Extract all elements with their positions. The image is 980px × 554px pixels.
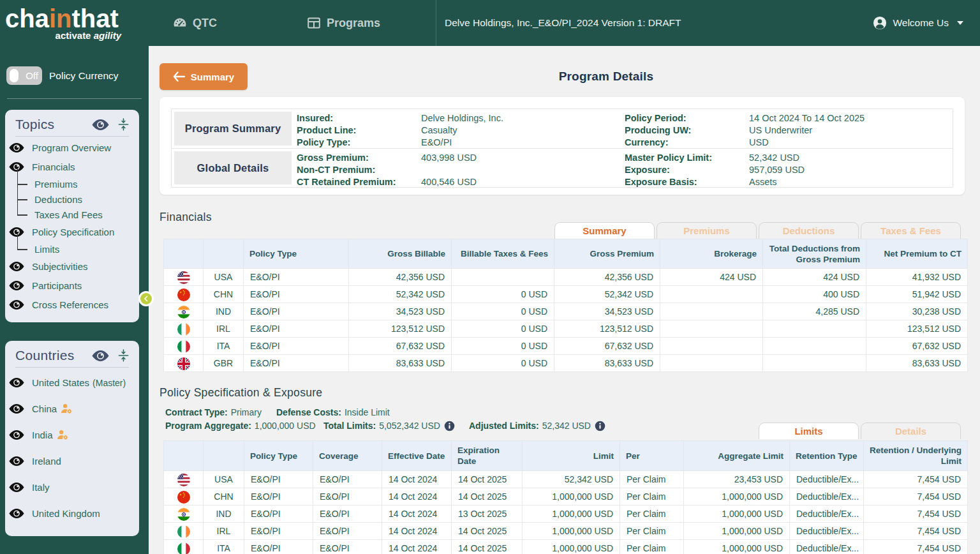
country-item[interactable]: China: [9, 396, 135, 422]
eye-icon[interactable]: [92, 350, 109, 362]
table-row[interactable]: IRLE&O/PI123,512 USD0 USD123,512 USD123,…: [164, 320, 968, 338]
eye-icon[interactable]: [9, 142, 24, 153]
column-header[interactable]: Limit: [523, 441, 620, 471]
column-header[interactable]: Effective Date: [382, 441, 452, 471]
eye-icon[interactable]: [9, 430, 24, 440]
topic-subitem[interactable]: Taxes And Fees: [9, 207, 135, 222]
table-cell: 123,512 USD: [554, 320, 660, 338]
nav-qtc[interactable]: QTC: [172, 15, 217, 31]
tab-deductions[interactable]: Deductions: [759, 222, 859, 239]
country-item[interactable]: United Kingdom: [9, 500, 135, 527]
column-header[interactable]: Billable Taxes & Fees: [452, 239, 554, 269]
table-cell: 14 Oct 2024: [382, 505, 452, 523]
country-item[interactable]: United States(Master): [9, 370, 135, 396]
table-row[interactable]: CHNE&O/PIE&O/PI14 Oct 202414 Oct 20251,0…: [164, 488, 968, 505]
column-header[interactable]: [204, 239, 244, 269]
country-item[interactable]: India: [9, 422, 135, 448]
table-cell: 34,523 USD: [349, 303, 452, 320]
table-row[interactable]: ITAE&O/PIE&O/PI14 Oct 202414 Oct 20251,0…: [164, 540, 968, 554]
topic-subitem[interactable]: Deductions: [9, 191, 135, 207]
topic-item[interactable]: Participants: [9, 276, 135, 295]
tab-details[interactable]: Details: [861, 423, 961, 439]
info-icon[interactable]: [595, 421, 605, 431]
table-cell: CHN: [204, 286, 244, 303]
topic-item[interactable]: Program Overview: [9, 138, 135, 157]
field-label: Insured:: [297, 112, 421, 124]
table-cell: E&O/PI: [313, 471, 382, 488]
eye-icon[interactable]: [9, 377, 24, 388]
table-cell: Deductible/Ex...: [790, 471, 864, 488]
topic-subitem[interactable]: Premiums: [9, 176, 135, 191]
back-to-summary-button[interactable]: Summary: [160, 63, 248, 90]
column-header[interactable]: Gross Premium: [554, 239, 660, 269]
eye-icon[interactable]: [9, 261, 24, 272]
column-header[interactable]: Policy Type: [244, 239, 349, 269]
column-header[interactable]: Brokerage: [660, 239, 763, 269]
column-header[interactable]: Per: [620, 441, 684, 471]
column-header[interactable]: Net Premium to CT: [866, 239, 968, 269]
column-header[interactable]: [204, 441, 244, 471]
column-header[interactable]: [164, 239, 204, 269]
table-cell: 4,285 USD: [763, 303, 866, 320]
table-row[interactable]: INDE&O/PI34,523 USD0 USD34,523 USD4,285 …: [164, 303, 968, 320]
table-row[interactable]: USAE&O/PI42,356 USD42,356 USD424 USD424 …: [164, 269, 968, 286]
field-value: US Underwriter: [749, 124, 812, 137]
policy-currency-toggle[interactable]: Off: [6, 66, 42, 85]
sidebar: Off Policy Currency Topics Program Overv…: [0, 46, 149, 554]
table-header-row: Policy TypeGross BillableBillable Taxes …: [164, 239, 968, 269]
tab-label: Taxes & Fees: [880, 225, 941, 236]
tab-summary[interactable]: Summary: [554, 222, 655, 239]
tree-connector: [17, 183, 19, 199]
topic-subitem[interactable]: Limits: [9, 241, 135, 257]
table-cell: E&O/PI: [244, 286, 349, 303]
eye-icon[interactable]: [9, 508, 24, 519]
collapse-vertical-icon[interactable]: [118, 349, 129, 362]
brand-logo[interactable]: chainthat activate agility: [0, 6, 149, 41]
topic-item[interactable]: Subjectivities: [9, 257, 135, 276]
nav-programs[interactable]: Programs: [306, 15, 380, 31]
tab-taxes-fees[interactable]: Taxes & Fees: [861, 222, 961, 239]
topic-item[interactable]: Policy Specification: [9, 222, 135, 241]
table-row[interactable]: INDE&O/PIE&O/PI14 Oct 202413 Oct 20251,0…: [164, 505, 968, 523]
table-cell: [763, 338, 866, 355]
flag-cn-icon: [164, 488, 204, 505]
column-header[interactable]: Policy Type: [244, 441, 313, 471]
column-header[interactable]: Expiration Date: [452, 441, 523, 471]
table-cell: 1,000,000 USD: [523, 540, 620, 554]
user-menu[interactable]: Welcome Us: [873, 16, 963, 30]
column-header[interactable]: Aggregate Limit: [684, 441, 790, 471]
column-header[interactable]: Retention / Underlying Limit: [864, 441, 968, 471]
table-row[interactable]: ITAE&O/PI67,632 USD0 USD67,632 USD67,632…: [164, 338, 968, 355]
table-cell: USA: [204, 269, 244, 286]
topic-item[interactable]: Financials: [9, 157, 135, 176]
column-header[interactable]: [164, 441, 204, 471]
country-label: Italy: [32, 482, 50, 493]
program-field: Policy Type: E&O/PI: [297, 137, 625, 149]
tab-premiums[interactable]: Premiums: [657, 222, 757, 239]
tree-connector: [17, 214, 27, 216]
table-row[interactable]: USAE&O/PIE&O/PI14 Oct 202414 Oct 202552,…: [164, 471, 968, 488]
table-row[interactable]: IRLE&O/PIE&O/PI14 Oct 202414 Oct 20251,0…: [164, 523, 968, 540]
table-row[interactable]: CHNE&O/PI52,342 USD0 USD52,342 USD400 US…: [164, 286, 968, 303]
tree-connector: [17, 168, 19, 184]
column-header[interactable]: Coverage: [313, 441, 382, 471]
table-cell: E&O/PI: [244, 471, 313, 488]
country-item[interactable]: Italy: [9, 474, 135, 500]
info-icon[interactable]: [444, 421, 455, 431]
column-header[interactable]: Gross Billable: [349, 239, 452, 269]
sidebar-collapse-button[interactable]: [138, 291, 154, 306]
column-header[interactable]: Total Deductions from Gross Premium: [763, 239, 866, 269]
eye-icon[interactable]: [9, 403, 24, 414]
program-field: Exposure Basis: Assets: [625, 176, 953, 188]
collapse-vertical-icon[interactable]: [118, 118, 129, 131]
eye-icon[interactable]: [9, 456, 24, 467]
eye-icon[interactable]: [92, 119, 109, 131]
topic-item[interactable]: Cross References: [9, 295, 135, 314]
table-row[interactable]: GBRE&O/PI83,633 USD0 USD83,633 USD83,633…: [164, 355, 968, 372]
eye-icon[interactable]: [9, 299, 24, 310]
country-item[interactable]: Ireland: [9, 448, 135, 474]
eye-icon[interactable]: [9, 280, 24, 291]
column-header[interactable]: Retention Type: [790, 441, 864, 471]
tab-limits[interactable]: Limits: [759, 423, 859, 439]
eye-icon[interactable]: [9, 482, 24, 493]
